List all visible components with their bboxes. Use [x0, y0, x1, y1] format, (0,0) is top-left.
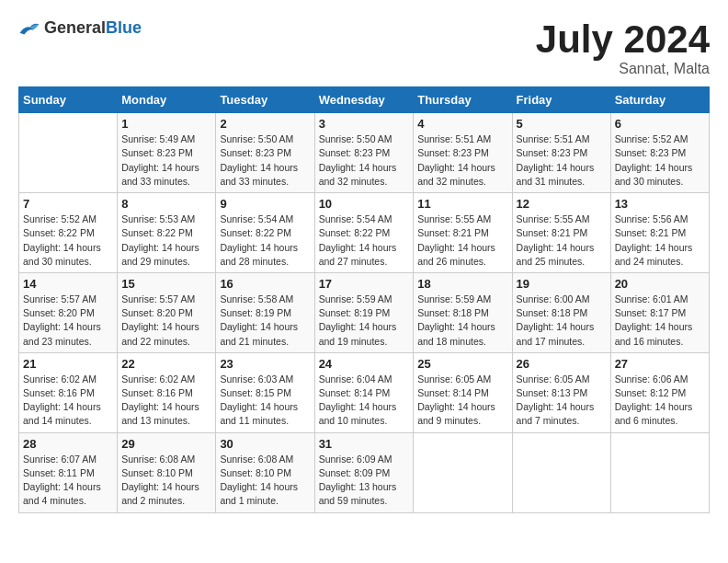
calendar-subtitle: Sannat, Malta: [536, 61, 710, 77]
day-number: 16: [220, 277, 310, 291]
day-info: Sunrise: 6:08 AM Sunset: 8:10 PM Dayligh…: [220, 453, 310, 509]
calendar-cell: 24Sunrise: 6:04 AM Sunset: 8:14 PM Dayli…: [314, 352, 414, 432]
day-header-tuesday: Tuesday: [216, 87, 314, 113]
day-info: Sunrise: 6:00 AM Sunset: 8:18 PM Dayligh…: [517, 293, 607, 349]
calendar-cell: 21Sunrise: 6:02 AM Sunset: 8:16 PM Dayli…: [19, 352, 118, 432]
week-row-4: 21Sunrise: 6:02 AM Sunset: 8:16 PM Dayli…: [19, 352, 710, 432]
day-info: Sunrise: 6:02 AM Sunset: 8:16 PM Dayligh…: [23, 373, 113, 429]
day-header-friday: Friday: [512, 87, 610, 113]
day-number: 24: [319, 357, 410, 371]
calendar-cell: 25Sunrise: 6:05 AM Sunset: 8:14 PM Dayli…: [414, 352, 512, 432]
header-row: SundayMondayTuesdayWednesdayThursdayFrid…: [19, 87, 710, 113]
calendar-cell: 18Sunrise: 5:59 AM Sunset: 8:18 PM Dayli…: [414, 272, 512, 352]
day-number: 15: [121, 277, 211, 291]
day-header-thursday: Thursday: [414, 87, 512, 113]
day-number: 1: [121, 117, 211, 131]
day-number: 19: [517, 277, 607, 291]
day-number: 4: [417, 117, 507, 131]
calendar-cell: 29Sunrise: 6:08 AM Sunset: 8:10 PM Dayli…: [118, 432, 216, 512]
day-info: Sunrise: 6:07 AM Sunset: 8:11 PM Dayligh…: [23, 453, 113, 509]
day-number: 7: [23, 197, 113, 211]
day-number: 30: [220, 437, 310, 451]
day-number: 20: [615, 277, 705, 291]
calendar-cell: 14Sunrise: 5:57 AM Sunset: 8:20 PM Dayli…: [19, 272, 118, 352]
day-header-sunday: Sunday: [19, 87, 118, 113]
day-number: 9: [220, 197, 310, 211]
day-number: 29: [121, 437, 211, 451]
logo-text: GeneralBlue: [44, 18, 142, 38]
day-info: Sunrise: 5:57 AM Sunset: 8:20 PM Dayligh…: [121, 293, 211, 349]
week-row-5: 28Sunrise: 6:07 AM Sunset: 8:11 PM Dayli…: [19, 432, 710, 512]
calendar-cell: 12Sunrise: 5:55 AM Sunset: 8:21 PM Dayli…: [512, 193, 610, 273]
day-info: Sunrise: 5:52 AM Sunset: 8:22 PM Dayligh…: [23, 213, 113, 269]
calendar-cell: 31Sunrise: 6:09 AM Sunset: 8:09 PM Dayli…: [314, 432, 414, 512]
calendar-cell: 20Sunrise: 6:01 AM Sunset: 8:17 PM Dayli…: [610, 272, 709, 352]
calendar-cell: 30Sunrise: 6:08 AM Sunset: 8:10 PM Dayli…: [216, 432, 314, 512]
day-number: 11: [417, 197, 507, 211]
day-info: Sunrise: 5:57 AM Sunset: 8:20 PM Dayligh…: [23, 293, 113, 349]
calendar-cell: 2Sunrise: 5:50 AM Sunset: 8:23 PM Daylig…: [216, 113, 314, 193]
day-number: 22: [121, 357, 211, 371]
day-header-monday: Monday: [118, 87, 216, 113]
week-row-3: 14Sunrise: 5:57 AM Sunset: 8:20 PM Dayli…: [19, 272, 710, 352]
calendar-cell: 1Sunrise: 5:49 AM Sunset: 8:23 PM Daylig…: [118, 113, 216, 193]
day-number: 17: [319, 277, 410, 291]
day-info: Sunrise: 5:51 AM Sunset: 8:23 PM Dayligh…: [417, 132, 507, 189]
logo-icon: [18, 19, 40, 38]
day-info: Sunrise: 6:06 AM Sunset: 8:12 PM Dayligh…: [615, 373, 705, 429]
day-number: 23: [220, 357, 310, 371]
calendar-cell: 5Sunrise: 5:51 AM Sunset: 8:23 PM Daylig…: [512, 113, 610, 193]
day-info: Sunrise: 5:58 AM Sunset: 8:19 PM Dayligh…: [220, 293, 310, 349]
calendar-cell: 19Sunrise: 6:00 AM Sunset: 8:18 PM Dayli…: [512, 272, 610, 352]
day-info: Sunrise: 5:52 AM Sunset: 8:23 PM Dayligh…: [615, 132, 705, 189]
day-number: 31: [319, 437, 410, 451]
calendar-cell: 15Sunrise: 5:57 AM Sunset: 8:20 PM Dayli…: [118, 272, 216, 352]
day-info: Sunrise: 5:50 AM Sunset: 8:23 PM Dayligh…: [220, 132, 310, 189]
calendar-title: July 2024: [536, 18, 710, 61]
calendar-cell: [414, 432, 512, 512]
calendar-cell: 4Sunrise: 5:51 AM Sunset: 8:23 PM Daylig…: [414, 113, 512, 193]
week-row-1: 1Sunrise: 5:49 AM Sunset: 8:23 PM Daylig…: [19, 113, 710, 193]
day-number: 14: [23, 277, 113, 291]
day-number: 5: [517, 117, 607, 131]
day-info: Sunrise: 6:08 AM Sunset: 8:10 PM Dayligh…: [121, 453, 211, 509]
day-number: 28: [23, 437, 113, 451]
calendar-cell: 26Sunrise: 6:05 AM Sunset: 8:13 PM Dayli…: [512, 352, 610, 432]
day-info: Sunrise: 5:56 AM Sunset: 8:21 PM Dayligh…: [615, 213, 705, 269]
day-info: Sunrise: 6:03 AM Sunset: 8:15 PM Dayligh…: [220, 373, 310, 429]
day-info: Sunrise: 6:09 AM Sunset: 8:09 PM Dayligh…: [319, 453, 410, 509]
day-number: 3: [319, 117, 410, 131]
day-info: Sunrise: 5:55 AM Sunset: 8:21 PM Dayligh…: [517, 213, 607, 269]
calendar-cell: 17Sunrise: 5:59 AM Sunset: 8:19 PM Dayli…: [314, 272, 414, 352]
calendar-cell: 27Sunrise: 6:06 AM Sunset: 8:12 PM Dayli…: [610, 352, 709, 432]
calendar-cell: 6Sunrise: 5:52 AM Sunset: 8:23 PM Daylig…: [610, 113, 709, 193]
day-info: Sunrise: 6:05 AM Sunset: 8:13 PM Dayligh…: [517, 373, 607, 429]
day-info: Sunrise: 5:55 AM Sunset: 8:21 PM Dayligh…: [417, 213, 507, 269]
day-info: Sunrise: 5:53 AM Sunset: 8:22 PM Dayligh…: [121, 213, 211, 269]
day-number: 21: [23, 357, 113, 371]
calendar-cell: 9Sunrise: 5:54 AM Sunset: 8:22 PM Daylig…: [216, 193, 314, 273]
title-block: July 2024 Sannat, Malta: [536, 18, 710, 77]
day-info: Sunrise: 5:51 AM Sunset: 8:23 PM Dayligh…: [517, 132, 607, 189]
day-number: 6: [615, 117, 705, 131]
calendar-cell: [19, 113, 118, 193]
day-number: 27: [615, 357, 705, 371]
day-number: 26: [517, 357, 607, 371]
calendar-cell: 3Sunrise: 5:50 AM Sunset: 8:23 PM Daylig…: [314, 113, 414, 193]
day-info: Sunrise: 5:54 AM Sunset: 8:22 PM Dayligh…: [319, 213, 410, 269]
day-info: Sunrise: 6:05 AM Sunset: 8:14 PM Dayligh…: [417, 373, 507, 429]
day-number: 12: [517, 197, 607, 211]
day-info: Sunrise: 6:01 AM Sunset: 8:17 PM Dayligh…: [615, 293, 705, 349]
calendar-cell: 28Sunrise: 6:07 AM Sunset: 8:11 PM Dayli…: [19, 432, 118, 512]
day-number: 18: [417, 277, 507, 291]
day-info: Sunrise: 5:54 AM Sunset: 8:22 PM Dayligh…: [220, 213, 310, 269]
day-info: Sunrise: 6:02 AM Sunset: 8:16 PM Dayligh…: [121, 373, 211, 429]
day-number: 8: [121, 197, 211, 211]
calendar-cell: 16Sunrise: 5:58 AM Sunset: 8:19 PM Dayli…: [216, 272, 314, 352]
calendar-cell: 23Sunrise: 6:03 AM Sunset: 8:15 PM Dayli…: [216, 352, 314, 432]
day-number: 13: [615, 197, 705, 211]
calendar-cell: 11Sunrise: 5:55 AM Sunset: 8:21 PM Dayli…: [414, 193, 512, 273]
day-header-saturday: Saturday: [610, 87, 709, 113]
calendar-cell: 13Sunrise: 5:56 AM Sunset: 8:21 PM Dayli…: [610, 193, 709, 273]
calendar-cell: 7Sunrise: 5:52 AM Sunset: 8:22 PM Daylig…: [19, 193, 118, 273]
